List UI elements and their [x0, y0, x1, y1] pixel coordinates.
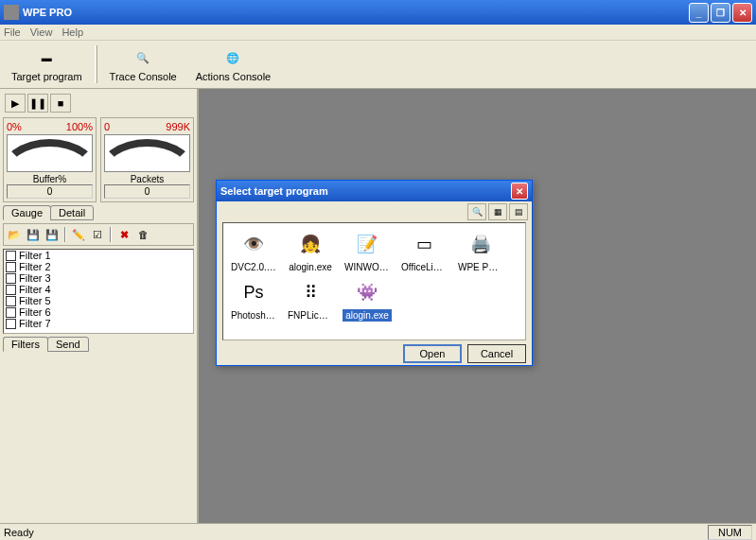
pause-button[interactable]: ❚❚ [27, 94, 48, 113]
program-icon: 👁️ [238, 229, 269, 259]
minimize-button[interactable]: _ [689, 3, 709, 23]
filter-item[interactable]: Filter 3 [4, 272, 193, 284]
select-target-dialog: Select target program ✕ 🔍 ▦ ▤ 👁️DVC2.0.e… [216, 180, 533, 366]
tab-detail[interactable]: Detail [50, 205, 94, 220]
main-toolbar: ▬ Target program 🔍 Trace Console 🌐 Actio… [0, 41, 756, 89]
delete-icon[interactable]: ✖ [115, 226, 132, 243]
dialog-titlebar[interactable]: Select target program ✕ [217, 181, 532, 201]
file-item[interactable]: ⠿FNPLicensi... [286, 277, 335, 322]
program-icon: 👧 [295, 229, 325, 259]
filter-list[interactable]: Filter 1Filter 2Filter 3Filter 4Filter 5… [3, 249, 194, 334]
status-bar: Ready NUM [0, 523, 756, 540]
dialog-title: Select target program [220, 185, 511, 197]
checkbox-icon[interactable] [6, 273, 16, 284]
checkbox-icon[interactable] [6, 285, 16, 295]
open-icon[interactable]: 📂 [6, 226, 23, 243]
program-icon: Ps [238, 277, 269, 307]
filter-item[interactable]: Filter 4 [4, 284, 193, 295]
filter-item[interactable]: Filter 6 [4, 306, 193, 318]
packets-gauge: 0999K Packets 0 [100, 117, 194, 202]
toolbar-divider [95, 45, 97, 83]
file-item[interactable]: 👧alogin.exe [286, 229, 335, 273]
file-item[interactable]: 📝WINWORD... [343, 229, 392, 273]
window-title: WPE PRO [23, 7, 689, 18]
gauge-tabs: Gauge Detail [3, 205, 194, 220]
dialog-toolbar: 🔍 ▦ ▤ [217, 201, 532, 222]
tab-filters[interactable]: Filters [3, 337, 48, 352]
program-icon: 👾 [352, 277, 382, 307]
filter-item[interactable]: Filter 2 [4, 261, 193, 272]
checkbox-icon[interactable] [6, 296, 16, 306]
checkbox-icon[interactable] [6, 262, 16, 272]
program-icon: 📝 [352, 229, 382, 259]
toggle-icon[interactable]: ☑ [89, 226, 106, 243]
tab-send[interactable]: Send [47, 337, 89, 352]
checkbox-icon[interactable] [6, 251, 16, 261]
save-icon[interactable]: 💾 [25, 226, 42, 243]
tab-gauge[interactable]: Gauge [3, 205, 51, 220]
stop-button[interactable]: ■ [50, 94, 71, 113]
checkbox-icon[interactable] [6, 319, 16, 329]
program-icon: ⠿ [295, 277, 325, 307]
filter-toolbar: 📂 💾 💾 ✏️ ☑ ✖ 🗑 [3, 223, 194, 246]
dialog-file-list[interactable]: 👁️DVC2.0.exe👧alogin.exe📝WINWORD...▭Offic… [222, 222, 526, 340]
file-item[interactable]: 👾alogin.exe [343, 277, 392, 322]
status-num: NUM [708, 525, 752, 540]
trash-icon[interactable]: 🗑 [134, 226, 151, 243]
program-icon: ▭ [409, 229, 439, 259]
main-titlebar: WPE PRO _ ❐ ✕ [0, 0, 756, 25]
gauge-meter [104, 134, 190, 172]
filter-item[interactable]: Filter 1 [4, 250, 193, 261]
globe-icon: 🌐 [218, 46, 248, 69]
menu-bar: File View Help [0, 25, 756, 41]
close-button[interactable]: ✕ [732, 3, 752, 23]
play-button[interactable]: ▶ [5, 94, 26, 113]
maximize-button[interactable]: ❐ [711, 3, 730, 23]
buffer-gauge: 0%100% Buffer% 0 [3, 117, 97, 202]
refresh-icon[interactable]: 🔍 [467, 203, 486, 220]
view-icons-button[interactable]: ▦ [488, 203, 507, 220]
menu-file[interactable]: File [4, 26, 21, 38]
target-program-button[interactable]: ▬ Target program [3, 44, 91, 85]
magnifier-icon: 🔍 [128, 46, 158, 69]
chip-icon: ▬ [31, 46, 62, 69]
playback-controls: ▶ ❚❚ ■ [3, 92, 194, 114]
file-item[interactable]: PsPhotoshop.exe [229, 277, 278, 322]
sidebar: ▶ ❚❚ ■ 0%100% Buffer% 0 0999K Packets 0 … [0, 89, 199, 529]
filter-bottom-tabs: Filters Send [3, 337, 194, 352]
dialog-close-button[interactable]: ✕ [511, 183, 528, 200]
cancel-button[interactable]: Cancel [467, 344, 526, 363]
save-all-icon[interactable]: 💾 [44, 226, 61, 243]
filter-item[interactable]: Filter 5 [4, 295, 193, 306]
menu-view[interactable]: View [30, 26, 53, 38]
edit-icon[interactable]: ✏️ [70, 226, 87, 243]
open-button[interactable]: Open [403, 344, 462, 363]
actions-console-button[interactable]: 🌐 Actions Console [187, 44, 280, 85]
gauge-meter [7, 134, 93, 172]
menu-help[interactable]: Help [62, 26, 83, 38]
file-item[interactable]: 🖨️WPE PRO.exe [456, 229, 505, 273]
filter-item[interactable]: Filter 7 [4, 318, 193, 329]
program-icon: 🖨️ [466, 229, 496, 259]
checkbox-icon[interactable] [6, 307, 16, 318]
view-list-button[interactable]: ▤ [509, 203, 528, 220]
file-item[interactable]: ▭OfficeLiveSi... [399, 229, 448, 273]
app-icon [4, 5, 19, 20]
status-text: Ready [4, 527, 34, 538]
trace-console-button[interactable]: 🔍 Trace Console [101, 44, 185, 85]
file-item[interactable]: 👁️DVC2.0.exe [229, 229, 278, 273]
